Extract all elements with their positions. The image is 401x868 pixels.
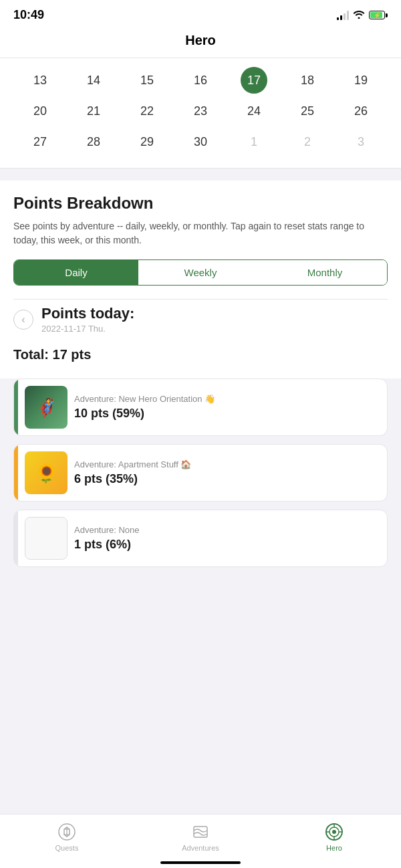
cal-day-19[interactable]: 19 — [334, 65, 388, 96]
card-name-2: Adventure: None — [74, 525, 380, 535]
calendar-section: 13 14 15 16 17 18 19 20 21 22 23 24 25 2… — [0, 58, 401, 169]
svg-point-7 — [332, 830, 336, 834]
quests-icon — [57, 823, 76, 841]
calendar-grid: 13 14 15 16 17 18 19 20 21 22 23 24 25 2… — [13, 65, 388, 157]
card-pts-1: 6 pts (35%) — [74, 472, 380, 486]
cal-day-13[interactable]: 13 — [13, 65, 67, 96]
card-name-0: Adventure: New Hero Orientation 👋 — [74, 394, 380, 404]
status-bar: 10:49 ⚡ — [0, 0, 401, 27]
cal-day-29[interactable]: 29 — [120, 126, 174, 157]
tab-monthly[interactable]: Monthly — [263, 260, 387, 285]
total-section: Total: 17 pts — [0, 336, 401, 378]
cal-day-27[interactable]: 27 — [13, 126, 67, 157]
period-tab-selector: Daily Weekly Monthly — [13, 259, 388, 286]
points-breakdown-desc: See points by adventure -- daily, weekly… — [13, 219, 388, 247]
cal-day-18[interactable]: 18 — [281, 65, 334, 96]
card-accent-2 — [14, 510, 18, 566]
cal-day-23[interactable]: 23 — [174, 96, 227, 126]
card-pts-0: 10 pts (59%) — [74, 407, 380, 421]
card-thumb-1 — [25, 451, 68, 494]
nav-label-adventures: Adventures — [182, 844, 219, 852]
page-title: Hero — [185, 33, 216, 47]
card-info-0: Adventure: New Hero Orientation 👋 10 pts… — [74, 387, 387, 427]
hero-icon — [325, 823, 344, 841]
cal-day-3-next[interactable]: 3 — [334, 126, 388, 157]
nav-item-quests[interactable]: Quests — [0, 820, 134, 855]
cal-day-22[interactable]: 22 — [120, 96, 174, 126]
section-spacer — [0, 169, 401, 181]
cal-day-16[interactable]: 16 — [174, 65, 227, 96]
card-pts-2: 1 pts (6%) — [74, 538, 380, 552]
cal-day-2-next[interactable]: 2 — [281, 126, 334, 157]
status-time: 10:49 — [13, 8, 44, 22]
cal-day-26[interactable]: 26 — [334, 96, 388, 126]
tab-daily[interactable]: Daily — [14, 260, 138, 285]
home-indicator — [160, 861, 241, 864]
adventure-card-2[interactable]: Adventure: None 1 pts (6%) — [13, 510, 388, 567]
cal-day-21[interactable]: 21 — [67, 96, 120, 126]
card-info-2: Adventure: None 1 pts (6%) — [74, 518, 387, 558]
cal-day-15[interactable]: 15 — [120, 65, 174, 96]
cal-day-28[interactable]: 28 — [67, 126, 120, 157]
total-label: Total: 17 pts — [13, 347, 388, 362]
adventure-card-0[interactable]: Adventure: New Hero Orientation 👋 10 pts… — [13, 378, 388, 436]
nav-label-hero: Hero — [326, 844, 342, 852]
nav-label-quests: Quests — [55, 844, 79, 852]
adventure-card-1[interactable]: Adventure: Apartment Stuff 🏠 6 pts (35%) — [13, 444, 388, 502]
points-breakdown-title: Points Breakdown — [13, 194, 388, 213]
points-today-row: ‹ Points today: 2022-11-17 Thu. — [13, 299, 388, 336]
nav-item-hero[interactable]: Hero — [267, 820, 401, 855]
battery-icon: ⚡ — [369, 11, 388, 19]
nav-item-adventures[interactable]: Adventures — [134, 820, 267, 855]
bottom-nav: Quests Adventures Hero — [0, 814, 401, 868]
cal-day-24[interactable]: 24 — [227, 96, 281, 126]
bottom-padding — [0, 575, 401, 642]
back-arrow-button[interactable]: ‹ — [13, 310, 33, 330]
points-today-date: 2022-11-17 Thu. — [41, 324, 134, 334]
points-today-info: Points today: 2022-11-17 Thu. — [41, 305, 134, 334]
card-accent-0 — [14, 379, 18, 435]
card-thumb-0 — [25, 386, 68, 429]
card-accent-1 — [14, 445, 18, 501]
cal-day-20[interactable]: 20 — [13, 96, 67, 126]
page-header: Hero — [0, 27, 401, 58]
cal-day-1-next[interactable]: 1 — [227, 126, 281, 157]
points-today-label: Points today: — [41, 305, 134, 322]
adventures-icon — [191, 823, 210, 841]
cal-day-25[interactable]: 25 — [281, 96, 334, 126]
card-info-1: Adventure: Apartment Stuff 🏠 6 pts (35%) — [74, 453, 387, 493]
card-name-1: Adventure: Apartment Stuff 🏠 — [74, 459, 380, 469]
tab-weekly[interactable]: Weekly — [138, 260, 263, 285]
cal-day-17-today[interactable]: 17 — [241, 67, 267, 94]
points-breakdown-section: Points Breakdown See points by adventure… — [0, 181, 401, 336]
wifi-icon — [353, 9, 365, 21]
card-thumb-2 — [25, 517, 68, 560]
status-icons: ⚡ — [337, 9, 388, 21]
signal-icon — [337, 11, 349, 20]
cal-day-30[interactable]: 30 — [174, 126, 227, 157]
cal-day-14[interactable]: 14 — [67, 65, 120, 96]
